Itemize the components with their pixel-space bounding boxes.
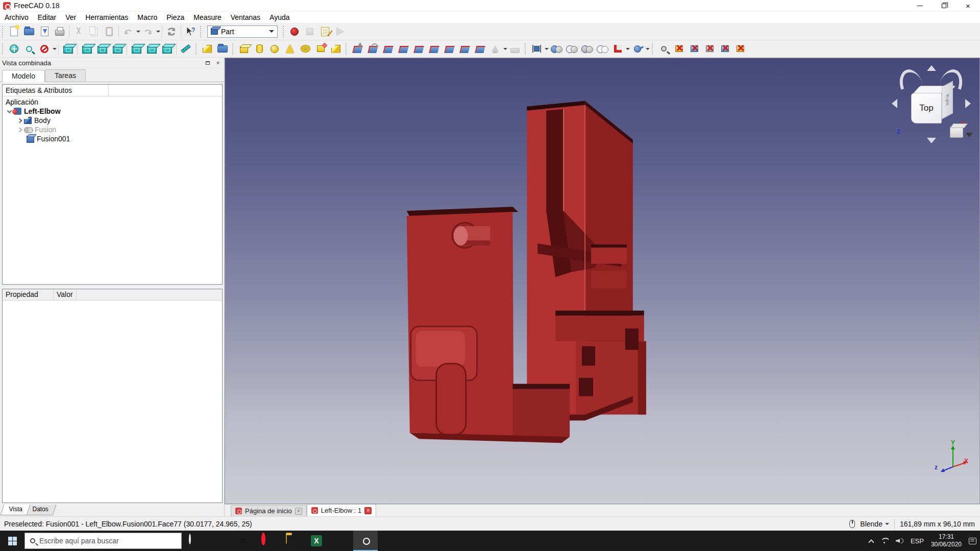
refine-shape-icon[interactable] xyxy=(702,41,717,57)
nav-cube-front-face[interactable]: Top xyxy=(911,93,942,123)
network-button[interactable] xyxy=(877,531,892,551)
create-primitives-icon[interactable] xyxy=(313,41,328,57)
tree-root-application[interactable]: Aplicación xyxy=(3,96,222,107)
clock[interactable]: 17:31 30/06/2020 xyxy=(927,531,965,551)
view-right-icon[interactable] xyxy=(110,41,125,57)
shape-builder-icon[interactable] xyxy=(328,41,344,57)
split-icon[interactable] xyxy=(630,41,645,57)
nav-down-arrow-icon[interactable] xyxy=(927,138,936,143)
nav-dropdown-icon[interactable] xyxy=(966,133,973,137)
nav-style-selector[interactable]: Blende xyxy=(860,520,889,528)
fillet-icon[interactable] xyxy=(396,41,411,57)
view-front-icon[interactable] xyxy=(79,41,94,57)
minimize-button[interactable] xyxy=(908,0,932,12)
compound-icon[interactable] xyxy=(529,41,544,57)
copy-icon[interactable] xyxy=(86,24,102,39)
refresh-icon[interactable] xyxy=(164,24,179,39)
cut-icon[interactable] xyxy=(71,24,86,39)
chevron-right-icon[interactable] xyxy=(17,127,22,132)
view-bottom-icon[interactable] xyxy=(144,41,159,57)
tree-item-fusion[interactable]: Fusion xyxy=(3,125,222,134)
menu-ventanas[interactable]: Ventanas xyxy=(226,12,265,22)
toolbar-grip[interactable] xyxy=(195,43,198,55)
chevron-right-icon[interactable] xyxy=(17,118,22,123)
language-indicator[interactable]: ESP xyxy=(907,531,927,551)
tree-item-body[interactable]: Body xyxy=(3,116,222,125)
menu-ayuda[interactable]: Ayuda xyxy=(265,12,294,22)
view-left-icon[interactable] xyxy=(159,41,175,57)
thickness-icon[interactable] xyxy=(507,41,523,57)
create-shapes-icon[interactable] xyxy=(200,41,215,57)
menu-pieza[interactable]: Pieza xyxy=(162,12,189,22)
make-face-icon[interactable] xyxy=(426,41,442,57)
draw-style-dropdown-icon[interactable] xyxy=(53,48,57,50)
toolbar-grip[interactable] xyxy=(652,43,654,55)
taskbar-edge[interactable] xyxy=(329,531,353,551)
new-document-icon[interactable] xyxy=(6,24,21,39)
offset-icon[interactable] xyxy=(487,41,503,57)
close-tab-icon[interactable]: × xyxy=(364,507,372,514)
volume-button[interactable] xyxy=(892,531,907,551)
notification-center-button[interactable] xyxy=(965,531,980,551)
mirror-icon[interactable] xyxy=(380,41,396,57)
nav-right-arrow-icon[interactable] xyxy=(965,99,971,108)
taskbar-cortana[interactable] xyxy=(182,531,206,551)
open-file-icon[interactable] xyxy=(21,24,37,39)
menu-macro[interactable]: Macro xyxy=(133,12,162,22)
check-geometry-icon[interactable] xyxy=(656,41,671,57)
start-button[interactable] xyxy=(0,531,24,551)
measure-distance-icon[interactable] xyxy=(178,41,193,57)
revolve-icon[interactable] xyxy=(365,41,380,57)
tab-modelo[interactable]: Modelo xyxy=(2,70,45,82)
taskbar-excel[interactable] xyxy=(304,531,329,551)
box-icon[interactable] xyxy=(236,41,252,57)
toolbar-grip[interactable] xyxy=(200,26,202,37)
toolbar-grip[interactable] xyxy=(346,43,348,55)
union-icon[interactable] xyxy=(579,41,595,57)
tab-vista[interactable]: Vista xyxy=(1,505,31,515)
fit-all-icon[interactable] xyxy=(6,41,21,57)
nav-cube-side-face[interactable]: Right xyxy=(942,81,953,119)
boolean-icon[interactable] xyxy=(549,41,564,57)
taskbar-spotify[interactable] xyxy=(231,531,255,551)
toolbar-grip[interactable] xyxy=(283,26,285,37)
redo-icon[interactable] xyxy=(140,24,156,39)
intersection-icon[interactable] xyxy=(595,41,610,57)
menu-measure[interactable]: Measure xyxy=(189,12,226,22)
menu-editar[interactable]: Editar xyxy=(33,12,61,22)
extrude-icon[interactable] xyxy=(350,41,365,57)
convert-to-solid-icon[interactable] xyxy=(717,41,732,57)
save-file-icon[interactable] xyxy=(37,24,52,39)
record-macro-icon[interactable] xyxy=(287,24,302,39)
view-isometric-icon[interactable] xyxy=(60,41,76,57)
panel-close-button[interactable]: × xyxy=(214,59,222,66)
nav-mini-cube-icon[interactable] xyxy=(950,127,963,138)
3d-viewport[interactable]: Right Top X Z Y X z xyxy=(225,58,980,504)
menu-ver[interactable]: Ver xyxy=(61,12,81,22)
cone-icon[interactable] xyxy=(282,41,298,57)
taskbar-mail-app[interactable] xyxy=(206,531,231,551)
nav-left-arrow-icon[interactable] xyxy=(892,99,897,108)
chamfer-icon[interactable] xyxy=(411,41,426,57)
fit-selection-icon[interactable] xyxy=(21,41,37,57)
hidden-icons-button[interactable] xyxy=(866,531,877,551)
toolbar-grip[interactable] xyxy=(525,43,527,55)
rotate-left-arrow-icon[interactable] xyxy=(896,66,922,90)
taskbar-file-explorer[interactable] xyxy=(280,531,304,551)
toolbar-grip[interactable] xyxy=(232,43,234,55)
import-part-icon[interactable] xyxy=(215,41,230,57)
remove-shape-icon[interactable] xyxy=(687,41,702,57)
redo-dropdown-icon[interactable] xyxy=(156,31,160,33)
defeaturing-icon[interactable] xyxy=(671,41,687,57)
workbench-selector[interactable]: Part xyxy=(207,26,278,38)
reverse-shape-icon[interactable] xyxy=(732,41,748,57)
edit-macro-icon[interactable] xyxy=(317,24,333,39)
toolbar-grip[interactable] xyxy=(2,43,4,55)
view-rear-icon[interactable] xyxy=(129,41,144,57)
close-tab-icon[interactable]: × xyxy=(295,508,302,515)
close-button[interactable]: × xyxy=(956,0,980,12)
panel-float-button[interactable] xyxy=(204,59,212,66)
sweep-icon[interactable] xyxy=(472,41,487,57)
taskbar-search-input[interactable]: Escribe aquí para buscar xyxy=(24,533,182,549)
taskbar-opera[interactable] xyxy=(255,531,280,551)
